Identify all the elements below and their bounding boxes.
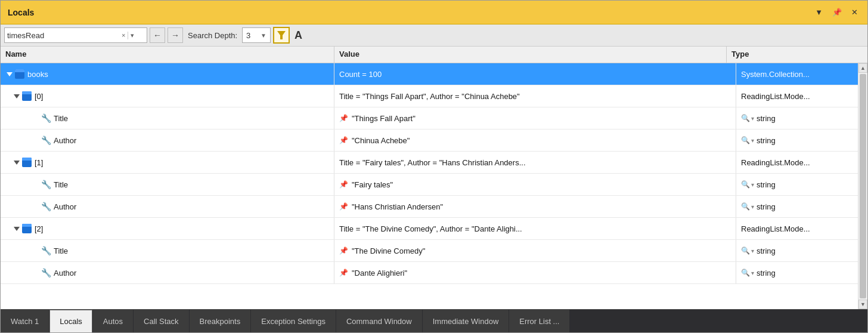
expand-placeholder [32, 136, 40, 144]
name-cell: 🔧 Title [1, 174, 334, 195]
search-icon[interactable]: 🔍 [741, 114, 750, 122]
property-icon: 🔧 [41, 113, 51, 123]
search-icon[interactable]: 🔍 [741, 269, 750, 277]
pin-icon[interactable]: 📌 [339, 136, 348, 144]
name-cell: 🔧 Author [1, 130, 334, 151]
row-name: Author [54, 202, 76, 211]
tab-callstack[interactable]: Call Stack [134, 310, 189, 332]
name-cell: books [1, 63, 334, 85]
back-button[interactable]: ← [150, 27, 165, 43]
scrollbar-up-button[interactable]: ▲ [858, 63, 867, 73]
type-cell: 🔍 ▾ string [736, 130, 867, 151]
name-column-header: Name [1, 47, 334, 63]
table-row[interactable]: books Count = 100 System.Collection... [1, 63, 867, 85]
expand-placeholder [32, 202, 40, 211]
expand-icon[interactable] [13, 158, 21, 166]
search-icon[interactable]: 🔍 [741, 180, 750, 189]
property-icon: 🔧 [41, 246, 51, 255]
depth-wrapper: ▼ [242, 27, 271, 43]
table-row[interactable]: [1] Title = "Fairy tales", Author = "Han… [1, 152, 867, 174]
expand-icon[interactable] [13, 224, 21, 233]
expand-icon[interactable] [5, 70, 14, 78]
row-value: "Dante Alighieri" [352, 269, 407, 278]
tab-watch[interactable]: Watch 1 [1, 310, 49, 332]
type-cell: ReadingList.Mode... [736, 85, 867, 107]
locals-window: Locals ▼ 📌 ✕ × ▾ ← → Search Depth: ▼ [0, 0, 868, 333]
name-cell: 🔧 Author [1, 262, 334, 283]
name-cell: 🔧 Author [1, 196, 334, 217]
row-value: "Things Fall Apart" [352, 114, 416, 123]
table-row[interactable]: [0] Title = "Things Fall Apart", Author … [1, 85, 867, 107]
row-name: books [27, 70, 48, 79]
expand-icon[interactable] [13, 92, 21, 100]
tab-autos[interactable]: Autos [93, 310, 133, 332]
table-row[interactable]: [2] Title = "The Divine Comedy", Author … [1, 218, 867, 240]
type-cell: 🔍 ▾ string [736, 174, 867, 195]
type-dropdown-arrow[interactable]: ▾ [751, 115, 754, 122]
filter-button[interactable] [273, 27, 290, 44]
property-icon: 🔧 [41, 268, 51, 278]
search-input[interactable] [7, 31, 120, 40]
expand-placeholder [32, 269, 40, 277]
row-type: ReadingList.Mode... [741, 92, 810, 101]
type-dropdown-arrow[interactable]: ▾ [751, 270, 754, 276]
tab-command[interactable]: Command Window [336, 310, 422, 332]
row-type: ReadingList.Mode... [741, 158, 810, 167]
svg-marker-0 [277, 31, 286, 39]
value-cell: Title = "Fairy tales", Author = "Hans Ch… [334, 152, 736, 173]
filter-icon [277, 31, 286, 39]
row-name: Title [54, 246, 68, 255]
dropdown-button[interactable]: ▼ [813, 7, 825, 18]
search-icon[interactable]: 🔍 [741, 246, 750, 255]
value-column-header: Value [334, 47, 727, 63]
tab-immediate[interactable]: Immediate Window [423, 310, 509, 332]
type-dropdown-arrow[interactable]: ▾ [751, 137, 754, 144]
tab-breakpoints[interactable]: Breakpoints [190, 310, 251, 332]
table-row[interactable]: 🔧 Title 📌 "Fairy tales" 🔍 ▾ string [1, 174, 867, 196]
scrollbar-down-button[interactable]: ▼ [858, 300, 867, 309]
close-button[interactable]: ✕ [849, 7, 860, 18]
search-icon[interactable]: 🔍 [741, 136, 750, 144]
search-wrapper: × ▾ [4, 27, 147, 43]
pin-icon[interactable]: 📌 [339, 246, 348, 255]
name-cell: 🔧 Title [1, 240, 334, 261]
type-dropdown-arrow[interactable]: ▾ [751, 248, 754, 254]
row-type: string [757, 136, 776, 145]
table-row[interactable]: 🔧 Author 📌 "Hans Christian Andersen" 🔍 ▾… [1, 196, 867, 218]
row-type: string [757, 202, 776, 211]
forward-button[interactable]: → [168, 27, 183, 43]
type-cell: ReadingList.Mode... [736, 152, 867, 173]
search-dropdown-button[interactable]: ▾ [128, 32, 135, 39]
table-row[interactable]: 🔧 Author 📌 "Chinua Achebe" 🔍 ▾ string [1, 130, 867, 152]
name-cell: [2] [1, 218, 334, 239]
pin-button[interactable]: 📌 [830, 7, 844, 18]
object-icon [22, 224, 32, 233]
pin-icon[interactable]: 📌 [339, 180, 348, 189]
depth-input[interactable] [246, 31, 261, 40]
search-icon[interactable]: 🔍 [741, 202, 750, 211]
tab-errorlist[interactable]: Error List ... [509, 310, 569, 332]
pin-icon[interactable]: 📌 [339, 114, 348, 122]
name-cell: [1] [1, 152, 334, 173]
table-row[interactable]: 🔧 Author 📌 "Dante Alighieri" 🔍 ▾ string [1, 262, 867, 284]
grid-content: books Count = 100 System.Collection... [… [1, 63, 867, 309]
vertical-scrollbar[interactable]: ▲ ▼ [858, 63, 867, 309]
type-cell: System.Collection... [736, 63, 867, 85]
type-cell: 🔍 ▾ string [736, 240, 867, 261]
tab-locals[interactable]: Locals [49, 310, 92, 332]
table-row[interactable]: 🔧 Title 📌 "The Divine Comedy" 🔍 ▾ string [1, 240, 867, 262]
expand-placeholder [32, 180, 40, 189]
type-dropdown-arrow[interactable]: ▾ [751, 181, 754, 188]
table-row[interactable]: 🔧 Title 📌 "Things Fall Apart" 🔍 ▾ string [1, 107, 867, 130]
value-cell: Title = "The Divine Comedy", Author = "D… [334, 218, 736, 239]
pin-icon[interactable]: 📌 [339, 269, 348, 277]
row-name: Author [54, 136, 76, 145]
font-button[interactable]: A [292, 29, 305, 42]
pin-icon[interactable]: 📌 [339, 202, 348, 211]
scrollbar-thumb[interactable] [860, 74, 866, 298]
tab-exception[interactable]: Exception Settings [251, 310, 336, 332]
search-clear-button[interactable]: × [120, 32, 126, 39]
back-icon: ← [153, 30, 162, 40]
type-dropdown-arrow[interactable]: ▾ [751, 204, 754, 210]
depth-dropdown-button[interactable]: ▼ [261, 32, 266, 39]
